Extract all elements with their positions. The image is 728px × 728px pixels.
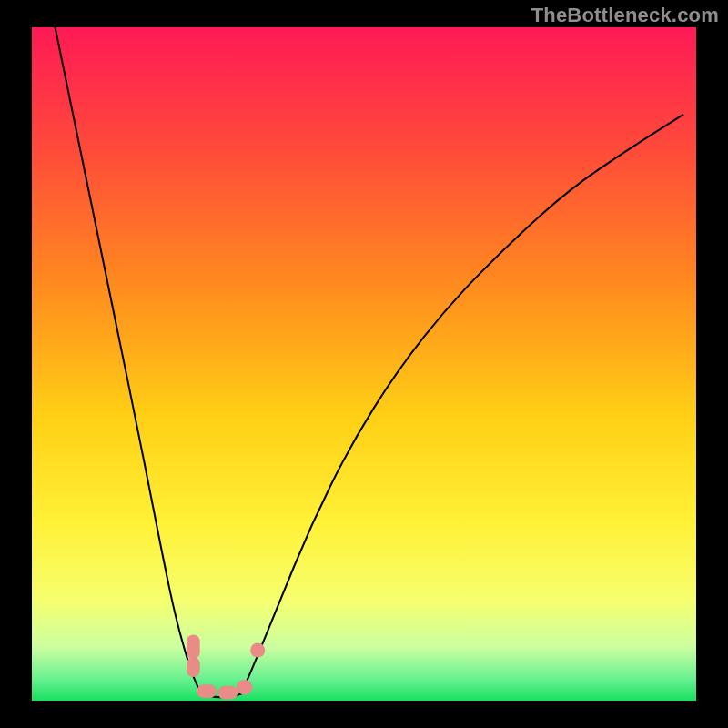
data-marker — [187, 657, 200, 677]
data-marker — [237, 680, 253, 694]
data-marker — [197, 684, 217, 698]
chart-stage: TheBottleneck.com — [0, 0, 728, 728]
data-marker — [250, 642, 265, 657]
bottleneck-chart — [0, 0, 728, 728]
data-marker — [187, 634, 200, 659]
plot-background — [32, 27, 696, 701]
data-marker — [217, 686, 238, 700]
